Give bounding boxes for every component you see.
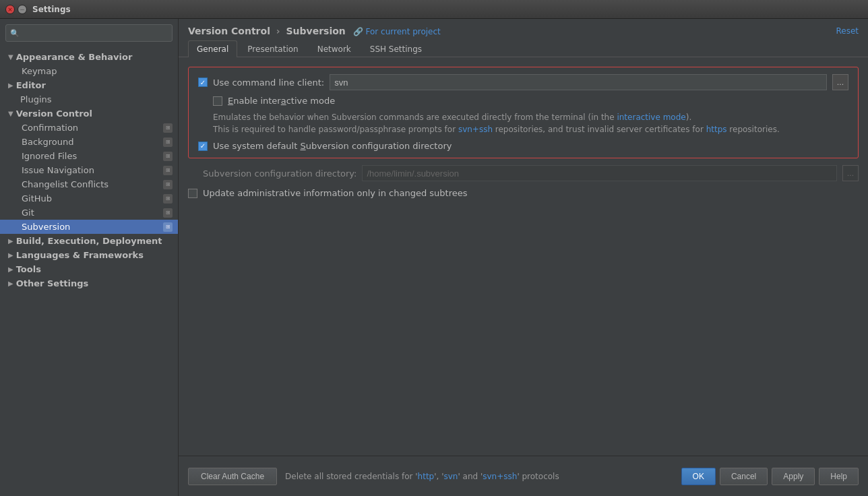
sidebar-item-label: Build, Execution, Deployment [16,236,162,246]
tab-network[interactable]: Network [309,40,360,57]
for-project-link[interactable]: 🔗 For current project [353,27,441,36]
sidebar-item-label: Keymap [22,66,57,76]
use-cmd-client-checkbox[interactable] [198,78,208,87]
title-bar: × − Settings [0,0,868,19]
sidebar-item-version-control[interactable]: ▼ Version Control [0,106,178,121]
ext-icon: ⊞ [163,194,173,204]
tab-presentation[interactable]: Presentation [239,40,307,57]
tab-general[interactable]: General [188,40,237,57]
sidebar: 🔍 ▼ Appearance & Behavior Keymap ▶ Edito… [0,19,179,496]
sidebar-item-git[interactable]: Git ⊞ [0,206,178,220]
arrow-icon: ▶ [8,237,13,245]
sidebar-item-label: GitHub [22,193,163,204]
sidebar-item-label: Editor [16,80,46,90]
sidebar-item-label: Version Control [16,108,92,119]
nav-tree: ▼ Appearance & Behavior Keymap ▶ Editor … [0,47,178,496]
sidebar-item-label: Other Settings [16,278,89,288]
sidebar-item-label: Tools [16,264,41,274]
sidebar-item-languages[interactable]: ▶ Languages & Frameworks [0,248,178,262]
ext-icon: ⊞ [163,208,173,218]
sidebar-item-plugins[interactable]: Plugins [0,92,178,106]
bottom-bar: Clear Auth Cache Delete all stored crede… [179,456,868,496]
search-input[interactable] [22,28,168,38]
arrow-icon: ▶ [8,82,13,89]
sidebar-item-subversion[interactable]: Subversion ⊞ [0,220,178,234]
sidebar-item-label: Languages & Frameworks [16,250,144,260]
settings-panel: Use command line client: ... Enable inte… [179,57,868,456]
ext-icon: ⊞ [163,222,173,232]
ext-icon: ⊞ [163,166,173,175]
svn-config-dir-input [362,165,837,181]
breadcrumb-sep: › [276,26,280,36]
ext-icon: ⊞ [163,137,173,147]
sidebar-item-keymap[interactable]: Keymap [0,64,178,78]
breadcrumb-current: Subversion [286,26,345,36]
use-cmd-client-row: Use command line client: ... [198,74,848,90]
sidebar-item-appearance[interactable]: ▼ Appearance & Behavior [0,50,178,64]
cache-description: Delete all stored credentials for 'http'… [285,472,559,481]
content-area: Version Control › Subversion 🔗 For curre… [179,19,868,496]
sidebar-item-editor[interactable]: ▶ Editor [0,78,178,92]
window-controls: × − [5,5,27,14]
svn-config-dir-row: Subversion configuration directory: ... [203,165,859,181]
reset-link[interactable]: Reset [836,26,859,36]
sidebar-item-label: Subversion [22,222,163,232]
ok-button[interactable]: OK [681,468,716,485]
info-text: Emulates the behavior when Subversion co… [213,111,848,135]
update-admin-checkbox[interactable] [188,189,197,198]
help-button[interactable]: Help [819,468,859,485]
sidebar-item-label: Confirmation [22,123,163,133]
arrow-icon: ▶ [8,266,13,273]
content-header: Version Control › Subversion 🔗 For curre… [179,19,868,40]
use-cmd-client-label: Use command line client: [213,78,324,88]
sidebar-item-label: Issue Navigation [22,165,163,175]
close-button[interactable]: × [5,5,15,14]
sidebar-item-label: Background [22,137,163,147]
clear-cache-button[interactable]: Clear Auth Cache [188,468,277,485]
cmd-client-input[interactable] [330,74,827,90]
sidebar-item-background[interactable]: Background ⊞ [0,135,178,149]
use-sysdefault-label: Use system default Subversion configurat… [213,141,452,151]
minimize-button[interactable]: − [18,5,27,14]
sidebar-item-tools[interactable]: ▶ Tools [0,262,178,276]
sidebar-item-ignored-files[interactable]: Ignored Files ⊞ [0,149,178,163]
ext-icon: ⊞ [163,180,173,189]
cancel-button[interactable]: Cancel [720,468,768,485]
arrow-icon: ▼ [8,53,13,61]
update-admin-row: Update administrative information only i… [188,188,859,198]
sidebar-item-github[interactable]: GitHub ⊞ [0,191,178,206]
sidebar-item-label: Appearance & Behavior [16,52,133,62]
sidebar-item-label: Ignored Files [22,151,163,161]
sidebar-item-confirmation[interactable]: Confirmation ⊞ [0,121,178,135]
sidebar-item-label: Plugins [20,94,52,104]
search-box[interactable]: 🔍 [5,24,173,42]
breadcrumb: Version Control › Subversion 🔗 For curre… [188,26,441,36]
browse-dir-button: ... [842,165,859,181]
breadcrumb-section: Version Control [188,26,270,36]
sidebar-item-build[interactable]: ▶ Build, Execution, Deployment [0,234,178,248]
enable-interactive-checkbox[interactable] [213,96,222,106]
arrow-icon: ▶ [8,280,13,287]
use-sysdefault-row: Use system default Subversion configurat… [198,141,848,151]
enable-interactive-row: Enable interactive mode [213,96,848,106]
ext-icon: ⊞ [163,123,173,133]
sidebar-item-other-settings[interactable]: ▶ Other Settings [0,276,178,290]
enable-interactive-label: Enable interactive mode [228,96,335,106]
arrow-icon: ▶ [8,251,13,259]
sidebar-item-changelist-conflicts[interactable]: Changelist Conflicts ⊞ [0,177,178,191]
ext-icon: ⊞ [163,152,173,161]
window-title: Settings [32,5,71,14]
arrow-icon: ▼ [8,110,13,117]
svn-config-dir-label: Subversion configuration directory: [203,168,356,179]
browse-button[interactable]: ... [832,74,848,90]
sidebar-item-label: Changelist Conflicts [22,179,163,189]
tab-ssh-settings[interactable]: SSH Settings [361,40,431,57]
tabs-bar: General Presentation Network SSH Setting… [179,40,868,57]
sidebar-item-label: Git [22,208,163,218]
cache-section: Clear Auth Cache Delete all stored crede… [188,468,559,485]
update-admin-label: Update administrative information only i… [203,188,467,198]
apply-button[interactable]: Apply [772,468,815,485]
action-buttons: OK Cancel Apply Help [681,468,859,485]
use-sysdefault-checkbox[interactable] [198,142,208,151]
sidebar-item-issue-navigation[interactable]: Issue Navigation ⊞ [0,163,178,177]
